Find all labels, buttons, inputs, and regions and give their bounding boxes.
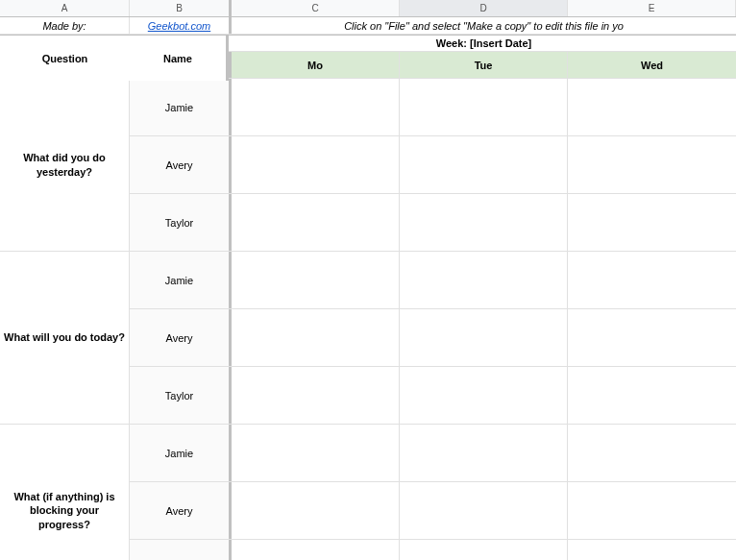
day-mo[interactable]: Mo bbox=[232, 52, 400, 78]
cell-q2-taylor-mo[interactable] bbox=[232, 367, 400, 424]
name-avery-3[interactable]: Avery bbox=[130, 482, 232, 539]
cell-q2-jamie-tue[interactable] bbox=[400, 252, 568, 308]
cell-q2-taylor-tue[interactable] bbox=[400, 367, 568, 424]
name-jamie-3[interactable]: Jamie bbox=[130, 425, 232, 481]
cell-q1-taylor-tue[interactable] bbox=[400, 194, 568, 251]
row-made-by: Made by: Geekbot.com Click on "File" and… bbox=[0, 17, 736, 35]
cell-q2-avery-mo[interactable] bbox=[232, 309, 400, 366]
cell-q3-jamie-mo[interactable] bbox=[232, 425, 400, 481]
cell-q1-taylor-mo[interactable] bbox=[232, 194, 400, 251]
row-week: Question Name Week: [Insert Date] bbox=[0, 35, 736, 52]
cell-q3-taylor-mo[interactable] bbox=[232, 540, 400, 560]
question-2[interactable]: What will you do today? bbox=[0, 252, 130, 425]
column-header-row: A B C D E bbox=[0, 0, 736, 17]
question-block-2: What will you do today? Jamie Avery Tayl… bbox=[0, 252, 736, 425]
name-avery-2[interactable]: Avery bbox=[130, 309, 232, 366]
question-block-3: What (if anything) is blocking your prog… bbox=[0, 425, 736, 560]
cell-q2-avery-wed[interactable] bbox=[568, 309, 736, 366]
cell-q3-avery-mo[interactable] bbox=[232, 482, 400, 539]
cell-q1-avery-mo[interactable] bbox=[232, 136, 400, 193]
cell-q2-taylor-wed[interactable] bbox=[568, 367, 736, 424]
name-taylor-3[interactable]: Taylor bbox=[130, 540, 232, 560]
cell-q1-jamie-mo[interactable] bbox=[232, 79, 400, 135]
col-header-d[interactable]: D bbox=[400, 0, 568, 16]
day-tue[interactable]: Tue bbox=[400, 52, 568, 78]
col-header-b[interactable]: B bbox=[130, 0, 232, 16]
name-jamie-2[interactable]: Jamie bbox=[130, 252, 232, 308]
question-header[interactable]: Question bbox=[0, 36, 130, 81]
week-label[interactable]: Week: [Insert Date] bbox=[232, 36, 736, 51]
cell-q2-jamie-mo[interactable] bbox=[232, 252, 400, 308]
instruction-cell[interactable]: Click on "File" and select "Make a copy"… bbox=[232, 17, 736, 34]
col-header-a[interactable]: A bbox=[0, 0, 130, 16]
day-wed[interactable]: Wed bbox=[568, 52, 736, 78]
cell-q1-jamie-wed[interactable] bbox=[568, 79, 736, 135]
cell-q1-avery-wed[interactable] bbox=[568, 136, 736, 193]
cell-q3-jamie-tue[interactable] bbox=[400, 425, 568, 481]
geekbot-link[interactable]: Geekbot.com bbox=[148, 20, 210, 32]
spreadsheet: A B C D E Made by: Geekbot.com Click on … bbox=[0, 0, 736, 560]
question-block-1: What did you do yesterday? Jamie Avery T… bbox=[0, 79, 736, 252]
grid-body: Made by: Geekbot.com Click on "File" and… bbox=[0, 17, 736, 560]
cell-q3-avery-wed[interactable] bbox=[568, 482, 736, 539]
question-3[interactable]: What (if anything) is blocking your prog… bbox=[0, 425, 130, 560]
question-1[interactable]: What did you do yesterday? bbox=[0, 79, 130, 252]
col-header-c[interactable]: C bbox=[232, 0, 400, 16]
cell-q2-jamie-wed[interactable] bbox=[568, 252, 736, 308]
cell-q3-avery-tue[interactable] bbox=[400, 482, 568, 539]
cell-q3-taylor-tue[interactable] bbox=[400, 540, 568, 560]
cell-q3-taylor-wed[interactable] bbox=[568, 540, 736, 560]
cell-q1-jamie-tue[interactable] bbox=[400, 79, 568, 135]
cell-q1-avery-tue[interactable] bbox=[400, 136, 568, 193]
made-by-link-cell[interactable]: Geekbot.com bbox=[130, 17, 232, 34]
name-header[interactable]: Name bbox=[130, 36, 229, 81]
name-avery-1[interactable]: Avery bbox=[130, 136, 232, 193]
col-header-e[interactable]: E bbox=[568, 0, 736, 16]
name-taylor-1[interactable]: Taylor bbox=[130, 194, 232, 251]
name-jamie-1[interactable]: Jamie bbox=[130, 79, 232, 135]
name-taylor-2[interactable]: Taylor bbox=[130, 367, 232, 424]
cell-q2-avery-tue[interactable] bbox=[400, 309, 568, 366]
made-by-label[interactable]: Made by: bbox=[0, 17, 130, 34]
cell-q1-taylor-wed[interactable] bbox=[568, 194, 736, 251]
cell-q3-jamie-wed[interactable] bbox=[568, 425, 736, 481]
